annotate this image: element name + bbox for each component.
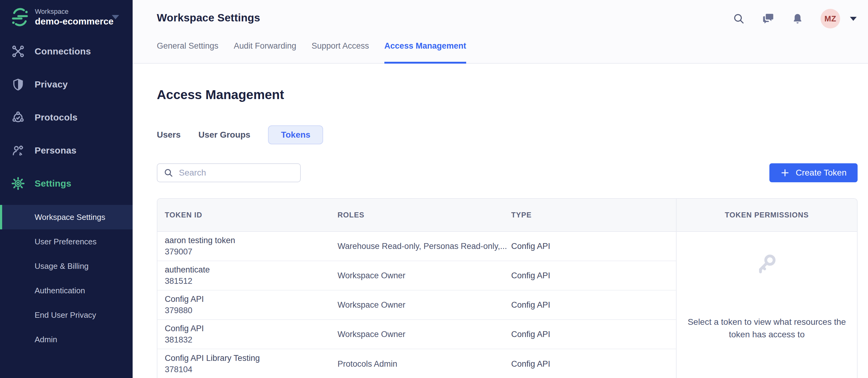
column-header-roles: Roles <box>338 211 511 219</box>
tab-audit-forwarding[interactable]: Audit Forwarding <box>234 41 296 64</box>
subnav-label: End User Privacy <box>35 310 96 320</box>
token-type: Config API <box>511 271 676 280</box>
content-area: Workspace Settings <box>133 0 868 378</box>
token-name: aaron testing token <box>165 235 338 246</box>
tab-general-settings[interactable]: General Settings <box>157 41 218 64</box>
header-actions: MZ <box>732 8 857 29</box>
table-row[interactable]: Config API Library Testing 378104 Protoc… <box>157 349 676 378</box>
bell-icon[interactable] <box>791 12 804 25</box>
table-row[interactable]: authenticate 381512 Workspace Owner Conf… <box>157 261 676 290</box>
avatar[interactable]: MZ <box>820 9 840 28</box>
token-id: 379007 <box>165 246 338 257</box>
token-roles: Workspace Owner <box>338 300 511 310</box>
token-roles: Warehouse Read-only, Personas Read-only,… <box>338 242 511 251</box>
sidebar-item-settings[interactable]: Settings <box>0 167 133 200</box>
tokens-card: Token ID Roles Type aaron testing token … <box>157 198 858 378</box>
token-id: 381512 <box>165 276 338 287</box>
search-icon[interactable] <box>732 12 745 25</box>
chevron-down-icon[interactable] <box>850 17 857 21</box>
token-id-cell: Config API 379880 <box>165 294 338 316</box>
sidebar-item-personas[interactable]: Personas <box>0 134 133 167</box>
workspace-label: Workspace <box>35 7 112 16</box>
token-id: 379880 <box>165 305 338 316</box>
sidebar: Workspace demo-ecommerce Connections <box>0 0 133 378</box>
column-header-token-id: Token ID <box>165 211 338 219</box>
chevron-down-icon <box>112 15 119 19</box>
table-row[interactable]: Config API 379880 Workspace Owner Config… <box>157 290 676 320</box>
token-name: Config API <box>165 294 338 305</box>
tab-users[interactable]: Users <box>157 130 181 140</box>
token-id-cell: Config API Library Testing 378104 <box>165 353 338 375</box>
token-permissions-panel: Token Permissions Select a token to view… <box>677 199 857 378</box>
table-row[interactable]: aaron testing token 379007 Warehouse Rea… <box>157 232 676 261</box>
panel-header: Token Permissions <box>677 199 857 232</box>
sidebar-subitem-usage-billing[interactable]: Usage & Billing <box>0 254 133 278</box>
segment-logo-icon <box>10 8 29 27</box>
subnav-label: User Preferences <box>35 237 96 246</box>
create-token-button[interactable]: Create Token <box>769 163 858 182</box>
sidebar-subitem-end-user-privacy[interactable]: End User Privacy <box>0 303 133 327</box>
token-roles: Workspace Owner <box>338 330 511 339</box>
sidebar-subitem-user-preferences[interactable]: User Preferences <box>0 229 133 254</box>
protocols-icon <box>11 111 25 124</box>
token-id-cell: authenticate 381512 <box>165 264 338 287</box>
sidebar-item-privacy[interactable]: Privacy <box>0 68 133 101</box>
table-header: Token ID Roles Type <box>157 199 676 232</box>
token-toolbar: Create Token <box>157 163 858 182</box>
access-tabs: Users User Groups Tokens <box>157 126 858 144</box>
search-box <box>157 163 301 182</box>
subnav-label: Admin <box>35 335 57 344</box>
tab-access-management[interactable]: Access Management <box>384 41 466 64</box>
token-roles: Protocols Admin <box>338 359 511 369</box>
gear-icon <box>11 177 25 190</box>
token-name: Config API Library Testing <box>165 353 338 364</box>
column-header-type: Type <box>511 211 676 219</box>
subnav-label: Workspace Settings <box>35 212 105 222</box>
token-name: authenticate <box>165 264 338 276</box>
page-header: Workspace Settings <box>133 0 868 64</box>
panel-header-label: Token Permissions <box>725 211 809 219</box>
sidebar-subitem-admin[interactable]: Admin <box>0 327 133 352</box>
sidebar-nav: Connections Privacy <box>0 35 133 200</box>
chat-icon[interactable] <box>762 12 775 25</box>
workspace-switcher[interactable]: Workspace demo-ecommerce <box>0 0 133 32</box>
sidebar-subitem-workspace-settings[interactable]: Workspace Settings <box>0 205 133 229</box>
table-row[interactable]: Config API 381832 Workspace Owner Config… <box>157 320 676 349</box>
token-roles: Workspace Owner <box>338 271 511 280</box>
section-title: Access Management <box>157 87 858 103</box>
shield-icon <box>11 78 25 91</box>
search-icon <box>163 168 173 178</box>
main-panel: Access Management Users User Groups Toke… <box>133 64 868 378</box>
sidebar-item-label: Privacy <box>35 79 68 90</box>
sidebar-item-label: Personas <box>35 145 76 156</box>
subnav-label: Usage & Billing <box>35 262 89 271</box>
plus-icon <box>780 168 789 177</box>
tab-user-groups[interactable]: User Groups <box>198 130 251 140</box>
sidebar-subnav: Workspace Settings User Preferences Usag… <box>0 205 133 352</box>
settings-tabs: General Settings Audit Forwarding Suppor… <box>157 41 466 64</box>
connections-icon <box>11 45 25 58</box>
tab-tokens[interactable]: Tokens <box>268 126 323 144</box>
create-token-label: Create Token <box>796 168 846 178</box>
token-type: Config API <box>511 330 676 339</box>
sidebar-item-connections[interactable]: Connections <box>0 35 133 68</box>
personas-icon <box>11 144 25 157</box>
subnav-label: Authentication <box>35 286 85 296</box>
tab-support-access[interactable]: Support Access <box>311 41 369 64</box>
sidebar-item-label: Protocols <box>35 112 78 123</box>
token-id-cell: aaron testing token 379007 <box>165 235 338 257</box>
sidebar-item-label: Connections <box>35 46 91 57</box>
sidebar-item-protocols[interactable]: Protocols <box>0 101 133 134</box>
token-type: Config API <box>511 300 676 310</box>
page-title: Workspace Settings <box>157 12 260 24</box>
token-type: Config API <box>511 242 676 251</box>
key-icon <box>754 252 780 279</box>
token-id-cell: Config API 381832 <box>165 323 338 346</box>
workspace-name: demo-ecommerce <box>35 16 112 27</box>
app-root: Workspace demo-ecommerce Connections <box>0 0 868 378</box>
token-name: Config API <box>165 323 338 334</box>
sidebar-subitem-authentication[interactable]: Authentication <box>0 278 133 303</box>
search-input[interactable] <box>179 168 294 178</box>
token-type: Config API <box>511 359 676 369</box>
tokens-table: Token ID Roles Type aaron testing token … <box>157 199 677 378</box>
